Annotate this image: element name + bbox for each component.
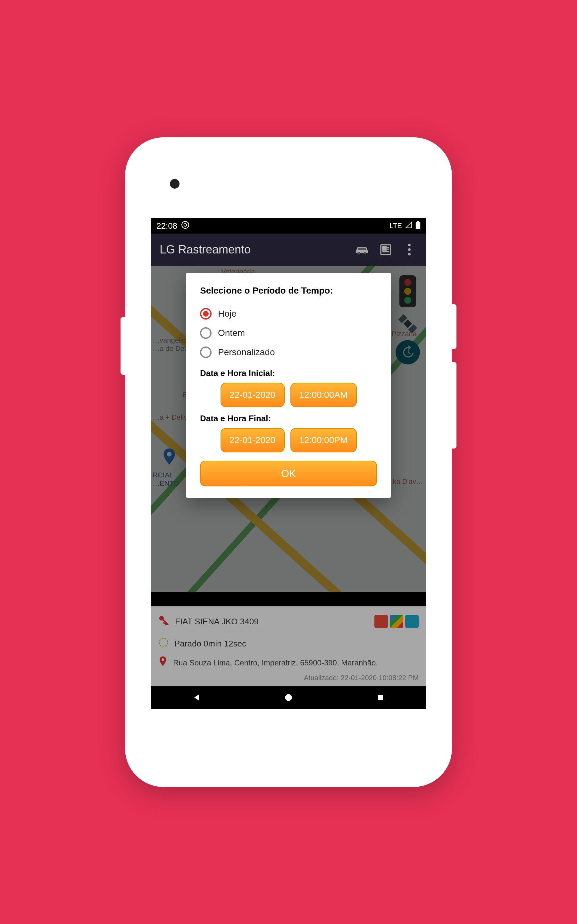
end-date-button[interactable]: 22-01-2020	[221, 428, 285, 452]
start-datetime-label: Data e Hora Inicial:	[200, 368, 377, 378]
screen: 22:08 LTE LG Rastreamento	[151, 218, 426, 709]
radio-option-hoje[interactable]: Hoje	[200, 304, 377, 323]
end-datetime-label: Data e Hora Final:	[200, 414, 377, 423]
radio-icon	[200, 308, 211, 320]
radio-option-personalizado[interactable]: Personalizado	[200, 342, 377, 362]
dialog-title: Selecione o Período de Tempo:	[200, 286, 377, 296]
phone-frame: 22:08 LTE LG Rastreamento	[125, 137, 452, 787]
ok-button[interactable]: OK	[200, 461, 377, 486]
start-time-button[interactable]: 12:00:00AM	[290, 383, 357, 407]
time-period-dialog: Selecione o Período de Tempo: Hoje Ontem…	[186, 273, 391, 498]
radio-icon	[200, 327, 211, 339]
start-date-button[interactable]: 22-01-2020	[221, 383, 285, 407]
end-time-button[interactable]: 12:00:00PM	[290, 428, 357, 452]
radio-label: Hoje	[218, 309, 237, 319]
dialog-container: Selecione o Período de Tempo: Hoje Ontem…	[151, 218, 426, 709]
radio-label: Personalizado	[218, 347, 275, 357]
radio-option-ontem[interactable]: Ontem	[200, 323, 377, 342]
radio-label: Ontem	[218, 328, 245, 338]
radio-icon	[200, 347, 211, 358]
